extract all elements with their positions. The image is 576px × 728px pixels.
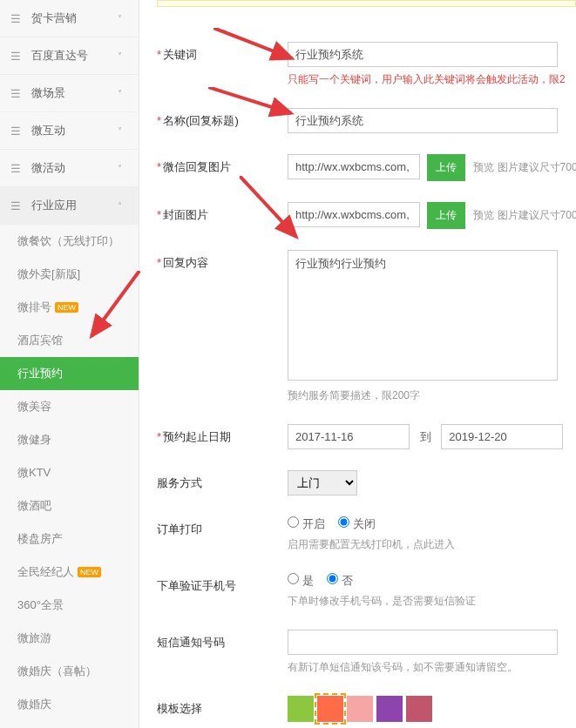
sidebar-sub-item[interactable]: 行业预约 (0, 357, 139, 390)
label-date-range: *预约起止日期 (157, 424, 288, 445)
input-sms[interactable] (288, 630, 558, 655)
radio-print-off[interactable]: 关闭 (338, 517, 376, 530)
sidebar-sub-item[interactable]: 微婚庆（喜帖） (0, 655, 139, 688)
chevron-down-icon: ˅ (118, 51, 128, 61)
nav-item-baidu[interactable]: ☰百度直达号˅ (0, 37, 139, 75)
input-wechat-image[interactable] (288, 154, 420, 179)
hint-wechat-image: 预览 图片建议尺寸700 (473, 161, 576, 173)
label-content: *回复内容 (157, 250, 288, 271)
radio-verify-yes[interactable]: 是 (288, 574, 314, 587)
main-form: *关键词 只能写一个关键词，用户输入此关键词将会触发此活动，限2 *名称(回复标… (139, 0, 576, 728)
nav-item-industry[interactable]: ☰行业应用˄ (0, 187, 139, 225)
hint-cover-image: 预览 图片建议尺寸700 (473, 209, 576, 221)
textarea-content[interactable] (288, 250, 558, 381)
hint-content: 预约服务简要描述，限200字 (288, 388, 576, 403)
nav-item-activity[interactable]: ☰微活动˅ (0, 150, 139, 187)
label-sms: 短信通知号码 (157, 630, 288, 650)
interact-icon: ☰ (10, 125, 24, 138)
chevron-down-icon: ˅ (118, 126, 128, 136)
input-keyword[interactable] (288, 42, 558, 67)
template-color-swatch[interactable] (376, 696, 403, 722)
sidebar: ☰贺卡营销˅☰百度直达号˅☰微场景˅☰微互动˅☰微活动˅☰行业应用˄ 微餐饮（无… (0, 0, 139, 728)
chevron-down-icon: ˅ (118, 14, 128, 24)
label-verify-phone: 下单验证手机号 (157, 573, 288, 594)
input-date-end[interactable] (441, 424, 563, 449)
nav-item-scene[interactable]: ☰微场景˅ (0, 75, 139, 112)
sidebar-sub-item[interactable]: 微KTV (0, 456, 139, 489)
hint-sms: 有新订单短信通知该号码，如不需要通知请留空。 (288, 660, 576, 675)
new-badge: NEW (78, 567, 101, 577)
label-template: 模板选择 (157, 696, 288, 717)
template-color-swatch[interactable] (288, 696, 314, 722)
chevron-up-icon: ˄ (118, 201, 128, 211)
label-print: 订单打印 (157, 516, 288, 537)
radio-print-on[interactable]: 开启 (288, 517, 325, 530)
template-color-swatch[interactable] (317, 696, 343, 722)
notice-bar (157, 0, 576, 7)
label-service-mode: 服务方式 (157, 470, 288, 491)
input-name[interactable] (288, 108, 558, 133)
input-date-start[interactable] (288, 424, 410, 449)
date-separator: 到 (420, 430, 431, 443)
sidebar-sub-item[interactable]: 微排号NEW (0, 291, 139, 324)
sidebar-sub-item[interactable]: 微餐饮（无线打印） (0, 225, 139, 258)
hint-keyword: 只能写一个关键词，用户输入此关键词将会触发此活动，限2 (288, 72, 576, 87)
sidebar-sub-item[interactable]: 酒店宾馆 (0, 324, 139, 357)
sidebar-sub-item[interactable]: 微婚庆 (0, 688, 139, 721)
upload-cover-image-button[interactable]: 上传 (427, 202, 465, 229)
label-wechat-image: *微信回复图片 (157, 154, 288, 175)
sidebar-sub-item[interactable]: 微旅游 (0, 622, 139, 655)
hint-verify: 下单时修改手机号码，是否需要短信验证 (288, 594, 576, 609)
input-cover-image[interactable] (288, 202, 420, 227)
label-keyword: *关键词 (157, 42, 288, 63)
select-service-mode[interactable]: 上门 (288, 470, 357, 495)
sidebar-sub-item[interactable]: 微酒吧 (0, 489, 139, 522)
activity-icon: ☰ (10, 162, 24, 175)
hint-print: 启用需要配置无线打印机，点此进入 (288, 537, 576, 552)
sidebar-sub-item[interactable]: 微花店 (0, 721, 139, 728)
radio-verify-no[interactable]: 否 (327, 574, 353, 587)
chevron-down-icon: ˅ (118, 89, 128, 98)
nav-item-card[interactable]: ☰贺卡营销˅ (0, 0, 139, 37)
card-icon: ☰ (10, 12, 24, 25)
label-cover-image: *封面图片 (157, 202, 288, 223)
industry-icon: ☰ (10, 199, 24, 212)
sidebar-sub-item[interactable]: 微美容 (0, 390, 139, 423)
sidebar-sub-item[interactable]: 360°全景 (0, 589, 139, 622)
baidu-icon: ☰ (10, 50, 24, 63)
sidebar-sub-item[interactable]: 微外卖[新版] (0, 258, 139, 291)
new-badge: NEW (55, 302, 78, 313)
nav-item-interact[interactable]: ☰微互动˅ (0, 112, 139, 150)
template-color-swatch[interactable] (347, 696, 373, 722)
template-color-swatch[interactable] (406, 696, 432, 722)
sidebar-sub-item[interactable]: 全民经纪人NEW (0, 556, 139, 589)
sidebar-sub-item[interactable]: 微健身 (0, 423, 139, 456)
chevron-down-icon: ˅ (118, 164, 128, 173)
upload-wechat-image-button[interactable]: 上传 (427, 154, 465, 181)
scene-icon: ☰ (10, 87, 24, 100)
label-name: *名称(回复标题) (157, 108, 288, 129)
sidebar-sub-item[interactable]: 楼盘房产 (0, 522, 139, 556)
